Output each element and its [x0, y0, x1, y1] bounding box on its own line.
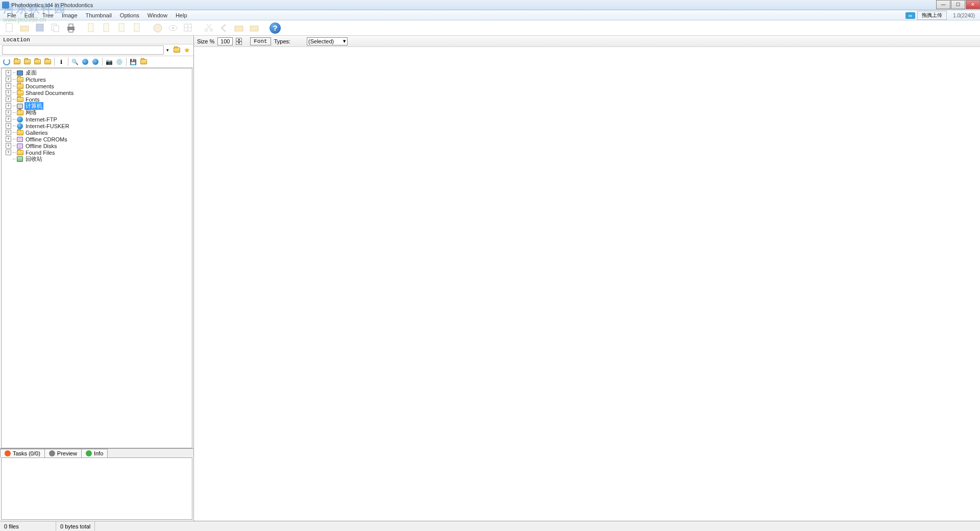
- cloud-badge-icon[interactable]: ∞: [905, 12, 915, 19]
- tree-tb-camera-icon[interactable]: 📷: [105, 57, 114, 66]
- tree-expander-icon[interactable]: +: [6, 70, 11, 76]
- toolbar-copy-icon[interactable]: [49, 21, 62, 35]
- types-label: Types:: [274, 38, 290, 44]
- tree-label[interactable]: Pictures: [24, 77, 47, 83]
- tree-label[interactable]: Galleries: [24, 130, 48, 136]
- toolbar-doc-icon[interactable]: [3, 21, 16, 35]
- location-refresh-icon[interactable]: [172, 45, 181, 55]
- menu-thumbnail[interactable]: Thumbnail: [82, 11, 116, 19]
- spinner-up-icon[interactable]: ▲: [236, 38, 242, 41]
- tree-node[interactable]: 回收站: [3, 156, 191, 162]
- close-button[interactable]: ✕: [966, 0, 980, 9]
- tree-expander-icon[interactable]: +: [6, 96, 11, 102]
- tree-label[interactable]: Offline Disks: [24, 143, 58, 149]
- location-favorite-icon[interactable]: ★: [182, 45, 191, 55]
- tree-node[interactable]: +网络: [3, 109, 191, 116]
- tree-tb-open-icon[interactable]: [139, 57, 148, 66]
- toolbar-palette-icon[interactable]: [151, 21, 164, 35]
- menu-file[interactable]: File: [3, 11, 20, 19]
- svg-rect-1: [20, 26, 29, 31]
- tree-node[interactable]: +Pictures: [3, 76, 191, 83]
- location-input[interactable]: [2, 45, 164, 55]
- location-dropdown-icon[interactable]: ▾: [164, 47, 171, 53]
- tree-label[interactable]: Internet-FUSKER: [24, 123, 70, 129]
- font-button[interactable]: Font: [250, 37, 271, 45]
- toolbar-page3-icon[interactable]: [115, 21, 129, 35]
- tree-tb-new-icon[interactable]: [43, 57, 52, 66]
- tree-expander-icon[interactable]: +: [6, 77, 11, 82]
- tab-tasks[interactable]: Tasks (0/0): [0, 449, 45, 457]
- menu-image[interactable]: Image: [58, 11, 82, 19]
- tree-tb-back-icon[interactable]: [22, 57, 32, 66]
- tree-label[interactable]: 网络: [24, 109, 38, 116]
- tree-label[interactable]: 桌面: [24, 69, 38, 77]
- toolbar-folder2-icon[interactable]: [248, 21, 261, 35]
- tree-node[interactable]: +桌面: [3, 69, 191, 76]
- tree-node[interactable]: +Documents: [3, 83, 191, 89]
- tree-expander-icon[interactable]: +: [6, 143, 11, 149]
- svg-rect-23: [250, 26, 258, 31]
- tree-expander-icon[interactable]: +: [6, 136, 11, 142]
- toolbar-eye-icon[interactable]: [166, 21, 180, 35]
- size-spinner[interactable]: ▲▼: [236, 38, 242, 45]
- tree-node[interactable]: +Galleries: [3, 129, 191, 136]
- tree-expander-icon[interactable]: +: [6, 83, 11, 89]
- tree-tb-web2-icon[interactable]: [91, 57, 100, 66]
- tree-expander-icon[interactable]: +: [6, 150, 11, 155]
- menu-tree[interactable]: Tree: [38, 11, 58, 19]
- toolbar-save-icon[interactable]: [34, 21, 47, 35]
- tree-expander-icon[interactable]: +: [6, 103, 11, 109]
- tree-label[interactable]: Found Files: [24, 150, 56, 156]
- globe-icon: [16, 123, 23, 129]
- toolbar-grid-icon[interactable]: [182, 21, 195, 35]
- upload-button[interactable]: 拖拽上传: [917, 11, 947, 20]
- toolbar-print-icon[interactable]: [64, 21, 78, 35]
- tree-label[interactable]: Offline CDROMs: [24, 136, 68, 142]
- tree-node[interactable]: +Offline CDROMs: [3, 136, 191, 142]
- tree-tb-up-icon[interactable]: [33, 57, 42, 66]
- menu-edit[interactable]: Edit: [20, 11, 38, 19]
- menu-options[interactable]: Options: [116, 11, 143, 19]
- tree-label[interactable]: Shared Documents: [24, 90, 75, 96]
- tree-tb-web1-icon[interactable]: [81, 57, 90, 66]
- toolbar-folder-icon[interactable]: [233, 21, 246, 35]
- minimize-button[interactable]: —: [936, 0, 950, 9]
- tree-label[interactable]: 回收站: [24, 155, 43, 163]
- menu-bar: File Edit Tree Image Thumbnail Options W…: [0, 10, 980, 20]
- size-input[interactable]: [217, 37, 233, 45]
- toolbar-arrow-left-icon[interactable]: [217, 21, 231, 35]
- tree-expander-icon[interactable]: +: [6, 90, 11, 95]
- tree-tb-search-icon[interactable]: 🔍: [70, 57, 80, 66]
- tree-expander-icon[interactable]: +: [6, 116, 11, 122]
- tree-tb-info-icon[interactable]: ℹ: [57, 57, 66, 66]
- tab-preview[interactable]: Preview: [44, 449, 82, 457]
- toolbar-help-icon[interactable]: ?: [268, 21, 282, 35]
- toolbar-cut-icon[interactable]: [202, 21, 215, 35]
- tree-view[interactable]: +桌面+Pictures+Documents+Shared Documents+…: [1, 68, 192, 448]
- tree-node[interactable]: +Internet-FTP: [3, 116, 191, 123]
- tree-node[interactable]: +Shared Documents: [3, 89, 191, 96]
- tree-tb-save-icon[interactable]: 💾: [129, 57, 138, 66]
- tree-expander-icon[interactable]: +: [6, 123, 11, 129]
- tree-node[interactable]: +Internet-FUSKER: [3, 123, 191, 129]
- tree-expander-icon[interactable]: +: [6, 110, 11, 115]
- toolbar-page4-icon[interactable]: [131, 21, 144, 35]
- thumbnail-area[interactable]: [194, 47, 980, 521]
- toolbar-page1-icon[interactable]: [85, 21, 98, 35]
- menu-help[interactable]: Help: [172, 11, 191, 19]
- maximize-button[interactable]: ☐: [951, 0, 965, 9]
- toolbar-page2-icon[interactable]: [100, 21, 113, 35]
- tree-expander-icon[interactable]: +: [6, 130, 11, 135]
- types-select[interactable]: (Selected)▾: [307, 37, 348, 45]
- tree-node[interactable]: +Offline Disks: [3, 142, 191, 149]
- tree-tb-disc-icon[interactable]: 💿: [115, 57, 124, 66]
- tree-tb-refresh-icon[interactable]: [2, 57, 11, 66]
- tab-info[interactable]: Info: [81, 449, 108, 457]
- menu-window[interactable]: Window: [143, 11, 172, 19]
- tree-label[interactable]: Documents: [24, 83, 55, 89]
- spinner-down-icon[interactable]: ▼: [236, 41, 242, 45]
- tree-tb-home-icon[interactable]: [12, 57, 21, 66]
- tree-label[interactable]: Internet-FTP: [24, 116, 58, 123]
- toolbar-open-icon[interactable]: [18, 21, 32, 35]
- tree-label[interactable]: Fonts: [24, 96, 41, 103]
